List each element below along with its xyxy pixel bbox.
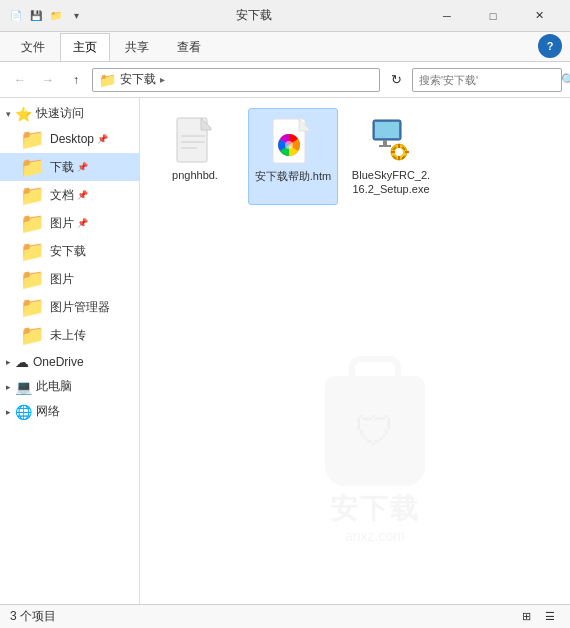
ribbon-tabs: 文件 主页 共享 查看 ?	[0, 32, 570, 62]
save-quick-icon: 💾	[28, 8, 44, 24]
tab-view[interactable]: 查看	[164, 33, 214, 61]
up-button[interactable]: ↑	[64, 68, 88, 92]
window-title: 安下载	[84, 7, 424, 24]
tab-share[interactable]: 共享	[112, 33, 162, 61]
folder-icon: 📁	[20, 267, 45, 291]
file-label: 安下载帮助.htm	[255, 169, 331, 183]
file-label: BlueSkyFRC_2.16.2_Setup.exe	[350, 168, 432, 197]
status-item-count: 3 个项目	[10, 608, 516, 625]
sidebar-item-label: 图片	[50, 215, 74, 232]
watermark: 🛡 安下载 anxz.com	[325, 376, 425, 544]
folder-icon: 📁	[20, 127, 45, 151]
search-input[interactable]	[419, 74, 557, 86]
address-bar: ← → ↑ 📁 安下载 ▸ ↻ 🔍	[0, 62, 570, 98]
forward-button[interactable]: →	[36, 68, 60, 92]
svg-point-8	[285, 141, 293, 149]
file-grid: pnghhbd.	[140, 98, 570, 215]
pin-icon: 📌	[97, 134, 108, 144]
sidebar-network-header[interactable]: ▸ 🌐 网络	[0, 400, 139, 423]
sidebar-thispc-header[interactable]: ▸ 💻 此电脑	[0, 375, 139, 398]
svg-rect-15	[398, 144, 400, 148]
svg-rect-12	[379, 145, 391, 147]
sidebar-section-network: ▸ 🌐 网络	[0, 400, 139, 423]
svg-point-14	[395, 148, 403, 156]
file-area: 🛡 安下载 anxz.com pnghhbd.	[140, 98, 570, 604]
watermark-text: 安下载	[330, 490, 420, 528]
watermark-url: anxz.com	[345, 528, 405, 544]
status-bar: 3 个项目 ⊞ ☰	[0, 604, 570, 628]
view-list-button[interactable]: ☰	[540, 608, 560, 626]
quick-access-star-icon: ⭐	[15, 106, 32, 122]
file-icon-exe	[367, 116, 415, 164]
folder-icon: 📁	[20, 323, 45, 347]
sidebar-item-desktop[interactable]: 📁 Desktop 📌	[0, 125, 139, 153]
search-bar[interactable]: 🔍	[412, 68, 562, 92]
sidebar-item-unuploaded[interactable]: 📁 未上传	[0, 321, 139, 349]
svg-rect-10	[375, 122, 399, 138]
svg-rect-11	[383, 140, 387, 145]
thispc-arrow: ▸	[6, 382, 11, 392]
file-icon-htm	[269, 117, 317, 165]
sidebar-section-quick-access: ▾ ⭐ 快速访问 📁 Desktop 📌 📁 下载 📌 📁 文档 📌 📁	[0, 102, 139, 349]
sidebar-item-pics2[interactable]: 📁 图片	[0, 265, 139, 293]
sidebar: ▾ ⭐ 快速访问 📁 Desktop 📌 📁 下载 📌 📁 文档 📌 📁	[0, 98, 140, 604]
minimize-button[interactable]: ─	[424, 0, 470, 32]
pin-icon: 📌	[77, 162, 88, 172]
view-grid-button[interactable]: ⊞	[516, 608, 536, 626]
sidebar-item-docs[interactable]: 📁 文档 📌	[0, 181, 139, 209]
folder-icon: 📁	[20, 211, 45, 235]
file-icon-generic	[171, 116, 219, 164]
breadcrumb-bar[interactable]: 📁 安下载 ▸	[92, 68, 380, 92]
view-buttons: ⊞ ☰	[516, 608, 560, 626]
breadcrumb-arrow: ▸	[160, 74, 165, 85]
folder-icon: 📁	[20, 183, 45, 207]
file-label: pnghhbd.	[172, 168, 218, 182]
thispc-icon: 💻	[15, 379, 32, 395]
sidebar-section-thispc: ▸ 💻 此电脑	[0, 375, 139, 398]
folder-icon: 📁	[20, 295, 45, 319]
title-bar-controls: ─ □ ✕	[424, 0, 562, 32]
sidebar-item-label: 图片	[50, 271, 74, 288]
sidebar-item-label: Desktop	[50, 132, 94, 146]
sidebar-quick-access-header[interactable]: ▾ ⭐ 快速访问	[0, 102, 139, 125]
sidebar-item-pic-manager[interactable]: 📁 图片管理器	[0, 293, 139, 321]
watermark-bag: 🛡	[325, 376, 425, 486]
tab-home[interactable]: 主页	[60, 33, 110, 61]
network-icon: 🌐	[15, 404, 32, 420]
sidebar-section-onedrive: ▸ ☁ OneDrive	[0, 351, 139, 373]
sidebar-item-label: 图片管理器	[50, 299, 110, 316]
sidebar-item-downloads[interactable]: 📁 下载 📌	[0, 153, 139, 181]
sidebar-item-anxz[interactable]: 📁 安下载	[0, 237, 139, 265]
sidebar-item-label: 未上传	[50, 327, 86, 344]
network-label: 网络	[36, 403, 60, 420]
thispc-label: 此电脑	[36, 378, 72, 395]
onedrive-arrow: ▸	[6, 357, 11, 367]
sidebar-item-label: 文档	[50, 187, 74, 204]
maximize-button[interactable]: □	[470, 0, 516, 32]
refresh-button[interactable]: ↻	[384, 68, 408, 92]
help-button[interactable]: ?	[538, 34, 562, 58]
breadcrumb-folder-icon: 📁	[99, 72, 116, 88]
dropdown-quick-icon[interactable]: ▾	[68, 8, 84, 24]
file-item-htm[interactable]: 安下载帮助.htm	[248, 108, 338, 205]
onedrive-label: OneDrive	[33, 355, 84, 369]
watermark-shield-icon: 🛡	[355, 409, 395, 454]
breadcrumb-text: 安下载	[120, 71, 156, 88]
sidebar-item-pictures[interactable]: 📁 图片 📌	[0, 209, 139, 237]
main-area: ▾ ⭐ 快速访问 📁 Desktop 📌 📁 下载 📌 📁 文档 📌 📁	[0, 98, 570, 604]
folder-quick-icon[interactable]: 📁	[48, 8, 64, 24]
folder-icon: 📁	[20, 155, 45, 179]
sidebar-onedrive-header[interactable]: ▸ ☁ OneDrive	[0, 351, 139, 373]
close-button[interactable]: ✕	[516, 0, 562, 32]
file-quick-icon: 📄	[8, 8, 24, 24]
back-button[interactable]: ←	[8, 68, 32, 92]
tab-file[interactable]: 文件	[8, 33, 58, 61]
file-item-exe[interactable]: BlueSkyFRC_2.16.2_Setup.exe	[346, 108, 436, 205]
pin-icon: 📌	[77, 190, 88, 200]
svg-rect-18	[405, 151, 409, 153]
svg-rect-16	[398, 156, 400, 160]
pin-icon: 📌	[77, 218, 88, 228]
search-icon: 🔍	[561, 73, 570, 87]
file-item-pnghhbd[interactable]: pnghhbd.	[150, 108, 240, 205]
sidebar-item-label: 下载	[50, 159, 74, 176]
